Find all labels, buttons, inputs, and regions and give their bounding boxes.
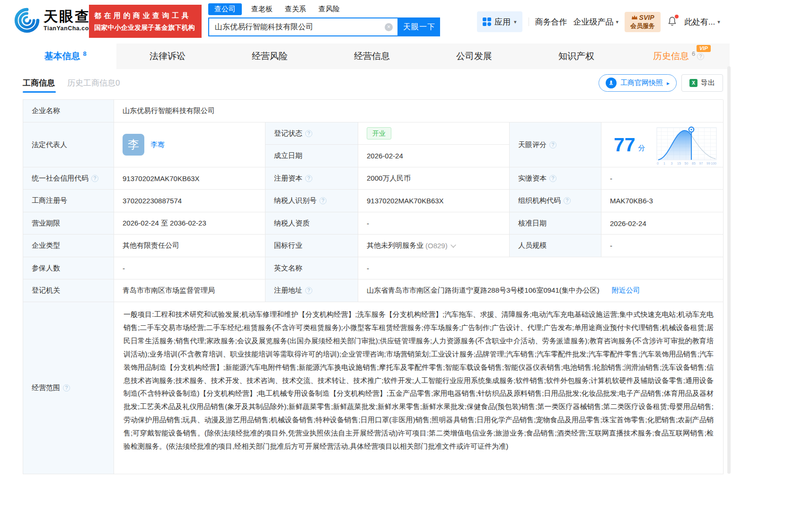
business-term-label: 营业期限 — [23, 212, 114, 235]
search-input[interactable] — [209, 18, 397, 35]
company-name-value: 山东优易行智能科技有限公司 — [114, 100, 724, 122]
staff-size-value: - — [601, 235, 724, 257]
user-menu[interactable]: 此处有... ▾ — [684, 17, 720, 27]
help-icon[interactable]: ? — [305, 287, 312, 294]
legal-rep-avatar[interactable]: 李 — [123, 134, 144, 156]
search-tab-boss[interactable]: 查老板 — [251, 5, 273, 14]
scrollbar[interactable] — [727, 66, 731, 474]
business-scope-text: 一般项目:工程和技术研究和试验发展;机动车修理和维护【分支机构经营】;洗车服务【… — [124, 308, 714, 453]
caret-down-icon: ▾ — [717, 19, 720, 25]
org-code-value: MAK70KB6-3 — [601, 190, 724, 212]
help-icon[interactable]: ? — [564, 197, 571, 204]
help-icon[interactable]: ? — [697, 53, 704, 60]
divider — [529, 17, 529, 26]
tianyancha-logo[interactable]: 天眼查 TianYanCha.com — [14, 8, 95, 33]
search-area: 查公司 查老板 查关系 查风险 × 天眼一下 — [208, 3, 440, 36]
active-subtab-underline — [23, 91, 56, 93]
business-term-value: 2026-02-24 至 2036-02-23 — [114, 212, 265, 235]
help-icon[interactable]: ? — [63, 384, 70, 392]
reg-capital-label: 注册资本 ? — [265, 167, 358, 190]
tab-basic-info[interactable]: 基本信息 8 — [14, 44, 116, 69]
subtab-row: 工商信息 历史工商信息0 工商官网快照 ▸ X 导出 — [0, 69, 812, 99]
apps-label: 应用 — [494, 17, 511, 27]
taxpayer-quality-value: - — [358, 212, 510, 235]
search-tab-relation[interactable]: 查关系 — [285, 5, 306, 14]
logo-text: 天眼查 TianYanCha.com — [44, 9, 95, 32]
reg-capital-label-text: 注册资本 — [274, 174, 302, 183]
tab-operating-info[interactable]: 经营信息 — [321, 44, 423, 69]
stamp-icon — [606, 78, 617, 88]
svg-text:99: 99 — [706, 162, 710, 165]
enterprise-products-menu[interactable]: 企业级产品 ▾ — [574, 17, 619, 27]
tab-risk-label: 经营风险 — [252, 50, 288, 62]
official-snapshot-button[interactable]: 工商官网快照 ▸ — [599, 74, 677, 92]
help-icon[interactable]: ? — [305, 130, 312, 137]
tab-intellectual-property[interactable]: 知识产权 — [525, 44, 627, 69]
credit-code-label-text: 统一社会信用代码 — [32, 174, 88, 183]
company-tabs: 基本信息 8 法律诉讼 经营风险 经营信息 公司发展 知识产权 VIP 历史信息… — [14, 44, 730, 69]
business-cooperation-link[interactable]: 商务合作 — [535, 17, 567, 27]
address-label-text: 注册地址 — [274, 286, 302, 295]
tab-basic-count: 8 — [83, 50, 86, 57]
snapshot-label: 工商官网快照 — [620, 78, 663, 87]
business-scope-cell: 一般项目:工程和技术研究和试验发展;机动车修理和维护【分支机构经营】;洗车服务【… — [114, 302, 724, 474]
brand-domain: TianYanCha.com — [44, 25, 95, 32]
tab-company-development[interactable]: 公司发展 — [423, 44, 525, 69]
help-icon[interactable]: ? — [549, 175, 556, 182]
registry-value: 青岛市市南区市场监督管理局 — [114, 279, 265, 302]
tianyancha-logo-icon — [14, 8, 40, 33]
credit-code-value: 91370202MAK70KB63X — [114, 167, 265, 190]
nearby-companies-link[interactable]: 附近公司 — [612, 286, 640, 295]
tab-history-info[interactable]: VIP 历史信息 6 ? — [627, 44, 730, 69]
notification-dot — [675, 15, 679, 18]
help-icon[interactable]: ? — [549, 141, 556, 148]
help-icon[interactable]: ? — [319, 197, 327, 204]
company-name-label: 企业名称 — [23, 100, 114, 122]
member-service-label: 会员服务 — [630, 22, 655, 30]
help-icon[interactable]: ? — [305, 175, 312, 182]
tab-legal-proceedings[interactable]: 法律诉讼 — [116, 44, 219, 69]
tab-development-label: 公司发展 — [456, 50, 492, 62]
svip-member-button[interactable]: SVIP 会员服务 — [625, 12, 661, 32]
svip-label: SVIP — [639, 14, 654, 21]
export-button[interactable]: X 导出 — [681, 74, 723, 92]
svg-text:0: 0 — [657, 162, 659, 165]
industry-expand[interactable]: 其他未列明服务业 (O829) — [367, 241, 455, 250]
subtab-business-info[interactable]: 工商信息 — [23, 78, 55, 88]
score-cell: 77 分 0 1 3 15 — [601, 122, 724, 167]
taxpayer-id-label: 纳税人识别号 ? — [265, 190, 358, 212]
svg-text:97: 97 — [699, 162, 703, 165]
apps-menu-button[interactable]: 应用 ▾ — [477, 11, 522, 32]
org-code-label: 组织机构代码 ? — [510, 190, 601, 212]
search-tab-company[interactable]: 查公司 — [208, 3, 242, 15]
paid-capital-label: 实缴资本 ? — [510, 167, 601, 190]
reg-status-label: 登记状态 ? — [265, 122, 358, 145]
industry-cell: 其他未列明服务业 (O829) — [358, 235, 510, 257]
reg-number-label: 工商注册号 — [23, 190, 114, 212]
vip-badge: VIP — [697, 45, 711, 52]
company-type-value: 其他有限责任公司 — [114, 235, 265, 257]
help-icon[interactable]: ? — [91, 175, 98, 182]
top-navigation: 应用 ▾ 商务合作 企业级产品 ▾ SVIP 会员服务 此处有 — [477, 11, 720, 32]
tab-operating-risk[interactable]: 经营风险 — [219, 44, 321, 69]
clear-icon[interactable]: × — [385, 23, 393, 31]
promo-banner: 都在用的商业查询工具 国家中小企业发展子基金旗下机构 — [89, 5, 202, 38]
insured-count-value: - — [114, 257, 265, 279]
score-distribution-chart: 0 1 3 15 50 85 97 99 100 — [655, 124, 718, 165]
caret-down-icon: ▾ — [616, 19, 619, 25]
reg-status-label-text: 登记状态 — [274, 129, 302, 138]
svg-text:85: 85 — [692, 162, 696, 165]
search-tab-risk[interactable]: 查风险 — [318, 5, 340, 14]
notifications-button[interactable] — [667, 16, 678, 28]
score-value: 77 — [614, 135, 635, 155]
arrow-right-icon: ▸ — [667, 80, 670, 87]
promo-line2: 国家中小企业发展子基金旗下机构 — [94, 22, 196, 34]
legal-rep-link[interactable]: 李骞 — [150, 140, 165, 149]
industry-label: 国标行业 — [265, 235, 358, 257]
search-input-wrap: × — [208, 17, 398, 36]
svg-text:15: 15 — [677, 162, 681, 165]
search-button[interactable]: 天眼一下 — [398, 17, 440, 36]
subtab-history-business-info[interactable]: 历史工商信息0 — [67, 78, 120, 88]
reg-capital-value: 2000万人民币 — [358, 167, 510, 190]
legal-rep-cell: 李 李骞 — [114, 122, 265, 167]
